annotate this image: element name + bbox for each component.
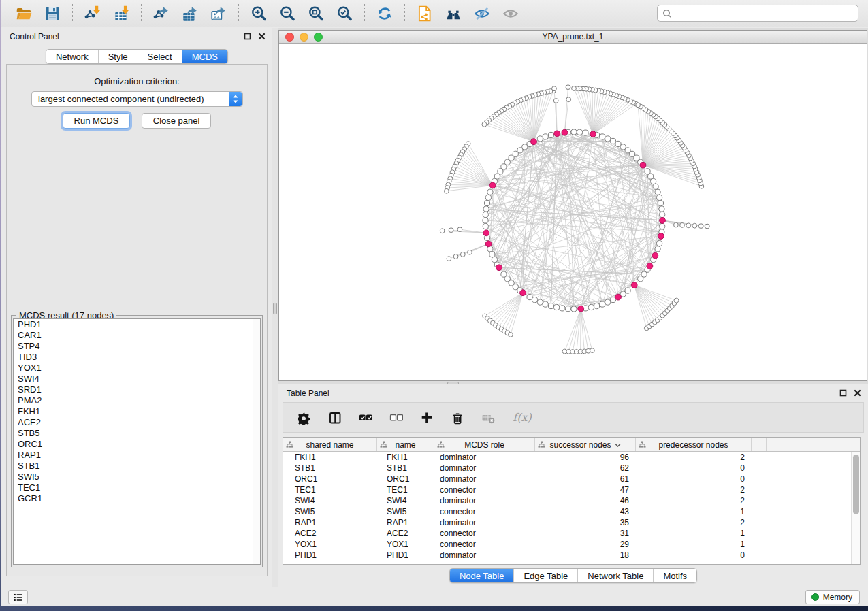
graph-hub-node[interactable] — [485, 241, 492, 247]
graph-hub-node[interactable] — [531, 139, 537, 145]
table-row[interactable]: ORC1ORC1dominator610 — [283, 474, 860, 484]
graph-node[interactable] — [552, 86, 557, 91]
search-box[interactable] — [657, 5, 858, 22]
graph-node[interactable] — [657, 241, 662, 246]
optimization-criterion-select[interactable]: largest connected component (undirected) — [31, 91, 243, 107]
function-builder-icon[interactable]: f(x) — [511, 410, 534, 426]
result-list-item[interactable]: GCR1 — [14, 493, 260, 504]
tab-select[interactable]: Select — [138, 50, 182, 63]
graph-hub-node[interactable] — [578, 306, 584, 312]
network-overview-icon[interactable] — [443, 3, 464, 24]
refresh-layout-icon[interactable] — [374, 3, 395, 24]
graph-node[interactable] — [674, 298, 679, 303]
float-panel-icon[interactable] — [244, 33, 251, 40]
result-list-item[interactable]: STB1 — [14, 461, 260, 472]
graph-node[interactable] — [605, 136, 611, 142]
column-header-name[interactable]: name — [377, 438, 434, 451]
graph-hub-node[interactable] — [496, 265, 502, 271]
scrollbar-thumb[interactable] — [853, 455, 859, 514]
graph-node[interactable] — [537, 299, 543, 305]
graph-node[interactable] — [554, 304, 560, 310]
mcds-result-list[interactable]: PHD1CAR1STP4TID3YOX1SWI4SRD1PMA2FKH1ACE2… — [13, 318, 261, 565]
graph-node[interactable] — [610, 138, 615, 144]
graph-hub-node[interactable] — [658, 233, 664, 240]
graph-node[interactable] — [651, 178, 656, 184]
zoom-in-icon[interactable] — [248, 3, 269, 24]
graph-node[interactable] — [527, 295, 532, 300]
graph-node[interactable] — [636, 103, 641, 108]
show-column-icon[interactable] — [327, 410, 343, 426]
delete-table-icon[interactable] — [480, 410, 496, 426]
graph-node[interactable] — [705, 224, 709, 229]
result-list-item[interactable]: ACE2 — [14, 417, 260, 428]
graph-node[interactable] — [560, 306, 565, 311]
tab-mcds[interactable]: MCDS — [182, 50, 227, 63]
graph-node[interactable] — [655, 189, 660, 195]
result-list-item[interactable]: SWI5 — [14, 472, 260, 482]
add-column-icon[interactable] — [419, 410, 435, 426]
close-panel-icon[interactable] — [258, 33, 266, 40]
network-graph[interactable] — [279, 44, 867, 380]
table-row[interactable]: STB1STB1dominator620 — [283, 463, 860, 474]
table-row[interactable]: SWI4SWI4dominator462 — [283, 495, 860, 506]
window-maximize-icon[interactable] — [314, 33, 323, 42]
graph-hub-node[interactable] — [631, 282, 637, 288]
graph-node[interactable] — [485, 195, 491, 200]
graph-node[interactable] — [440, 229, 445, 233]
graph-node[interactable] — [600, 134, 605, 139]
result-list-item[interactable]: RAP1 — [14, 450, 260, 461]
tab-edge-table[interactable]: Edge Table — [514, 569, 578, 582]
graph-node[interactable] — [577, 129, 582, 135]
graph-node[interactable] — [498, 169, 503, 174]
graph-node[interactable] — [615, 141, 621, 146]
export-table-icon[interactable] — [180, 3, 200, 24]
result-list-item[interactable]: TEC1 — [14, 482, 260, 493]
graph-node[interactable] — [449, 228, 453, 233]
tab-node-table[interactable]: Node Table — [450, 569, 515, 582]
tab-style[interactable]: Style — [99, 50, 138, 63]
graph-node[interactable] — [660, 223, 665, 229]
graph-node[interactable] — [482, 122, 487, 127]
vertical-split-divider[interactable] — [272, 28, 278, 587]
graph-hub-node[interactable] — [660, 218, 666, 224]
graph-node[interactable] — [487, 189, 493, 195]
graph-node[interactable] — [680, 223, 685, 228]
graph-node[interactable] — [537, 136, 543, 142]
select-all-rows-icon[interactable] — [357, 410, 374, 426]
graph-node[interactable] — [484, 201, 489, 206]
close-panel-icon[interactable] — [854, 389, 861, 397]
zoom-out-icon[interactable] — [277, 3, 298, 24]
result-list-item[interactable]: TID3 — [14, 352, 260, 363]
table-row[interactable]: TEC1TEC1connector472 — [283, 484, 860, 495]
graph-hub-node[interactable] — [615, 294, 622, 300]
graph-node[interactable] — [594, 303, 600, 309]
tab-network-table[interactable]: Network Table — [578, 569, 654, 582]
graph-node[interactable] — [588, 304, 594, 310]
graph-hub-node[interactable] — [640, 162, 646, 168]
graph-node[interactable] — [548, 132, 553, 137]
graph-hub-node[interactable] — [647, 263, 653, 269]
column-header-shared-name[interactable]: shared name — [283, 438, 377, 451]
graph-node[interactable] — [600, 301, 605, 307]
result-list-item[interactable]: SWI4 — [14, 374, 260, 384]
result-list-item[interactable]: YOX1 — [14, 363, 260, 374]
zoom-selected-icon[interactable] — [334, 3, 355, 24]
graph-node[interactable] — [625, 288, 630, 293]
graph-node[interactable] — [653, 184, 658, 189]
run-mcds-button[interactable]: Run MCDS — [63, 113, 131, 129]
network-window-titlebar[interactable]: YPA_prune.txt_1 — [279, 31, 867, 44]
column-header-stub[interactable] — [752, 438, 767, 451]
result-list-item[interactable]: FKH1 — [14, 406, 260, 417]
memory-button[interactable]: Memory — [805, 590, 860, 604]
graph-node[interactable] — [483, 206, 489, 212]
table-row[interactable]: SWI5SWI5connector431 — [283, 506, 860, 517]
graph-node[interactable] — [566, 85, 570, 90]
table-row[interactable]: ACE2ACE2connector311 — [283, 528, 860, 539]
result-list-item[interactable]: STP4 — [14, 341, 260, 352]
automation-panel-button[interactable] — [8, 590, 28, 604]
graph-node[interactable] — [543, 134, 548, 139]
close-panel-button[interactable]: Close panel — [142, 113, 212, 129]
graph-node[interactable] — [571, 306, 577, 312]
graph-node[interactable] — [692, 223, 697, 228]
float-panel-icon[interactable] — [839, 389, 847, 397]
